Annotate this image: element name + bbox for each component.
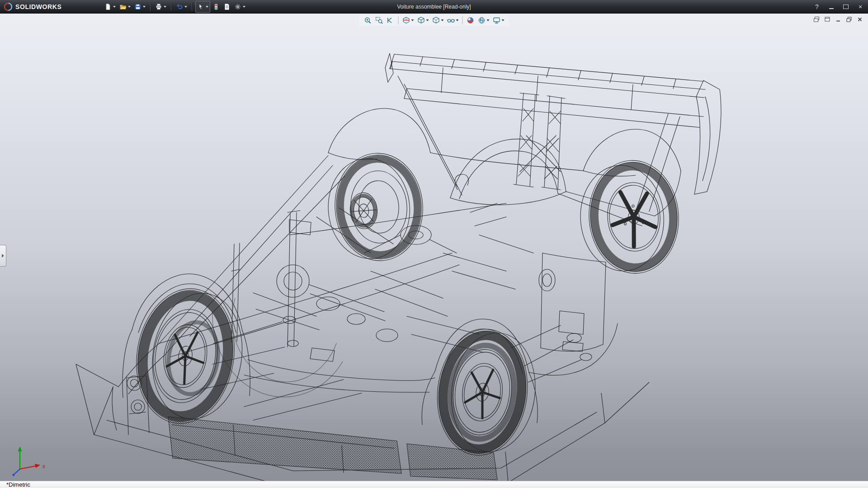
dassault-3ds-logo-icon — [4, 2, 13, 11]
close-button[interactable]: × — [856, 3, 864, 11]
chevron-down-icon — [502, 19, 505, 21]
file-properties-icon — [223, 3, 231, 10]
chevron-down-icon — [184, 6, 187, 8]
wireframe-car-drawing — [0, 14, 868, 488]
zoom-to-fit-button[interactable] — [363, 16, 373, 25]
wheel-front-right — [325, 150, 426, 264]
magnifier-area-icon — [375, 16, 383, 24]
chevron-down-icon — [243, 6, 245, 8]
doc-restore-button[interactable] — [845, 15, 853, 23]
title-toolbar — [103, 1, 247, 13]
chevron-right-icon — [2, 254, 4, 258]
chevron-down-icon — [143, 6, 146, 8]
select-button[interactable] — [195, 1, 210, 13]
toolbar-separator — [462, 16, 463, 24]
help-button[interactable]: ? — [813, 3, 821, 11]
minimize-icon — [829, 8, 834, 9]
rebuild-traffic-light-icon — [212, 3, 220, 10]
chevron-down-icon — [411, 19, 414, 21]
brand-text: SOLIDWORKS — [15, 3, 61, 10]
section-view-button[interactable] — [401, 16, 415, 25]
title-bar: SOLIDWORKS — [0, 0, 868, 14]
scene-globe-icon — [478, 16, 486, 24]
solidworks-brand: SOLIDWORKS — [4, 2, 90, 11]
file-properties-button[interactable] — [222, 1, 232, 12]
maximize-icon — [843, 5, 849, 9]
chevron-down-icon — [113, 6, 116, 8]
save-button[interactable] — [133, 1, 147, 12]
wheel-rear-left — [430, 324, 542, 461]
chevron-down-icon — [441, 19, 444, 21]
restore-icon — [845, 16, 853, 23]
doc-windows-button[interactable] — [812, 15, 820, 23]
select-cursor-icon — [197, 3, 204, 10]
edit-appearance-button[interactable] — [466, 16, 476, 25]
toolbar-separator — [398, 16, 399, 24]
chevron-down-icon — [456, 19, 459, 21]
window-controls: ? × — [813, 0, 864, 14]
maximize-button[interactable] — [842, 3, 850, 11]
featuremanager-collapse-tab[interactable] — [0, 245, 6, 267]
suspension-drivetrain — [201, 208, 592, 389]
open-button[interactable] — [118, 1, 132, 12]
hide-show-items-button[interactable] — [446, 16, 460, 25]
undo-button[interactable] — [175, 1, 189, 12]
previous-view-arrow-icon — [387, 16, 395, 24]
display-style-cube-icon — [432, 16, 440, 24]
zoom-to-area-button[interactable] — [374, 16, 384, 25]
minimize-button[interactable] — [827, 3, 835, 11]
chassis-floor — [94, 380, 649, 486]
monitor-icon — [493, 16, 501, 24]
new-window-icon — [824, 16, 831, 23]
minimize-icon — [835, 16, 842, 23]
chevron-down-icon — [128, 6, 131, 8]
wheel-rear-right — [577, 157, 683, 277]
display-style-button[interactable] — [431, 16, 445, 25]
new-document-icon — [104, 3, 112, 10]
toolbar-separator — [171, 3, 171, 11]
undo-arrow-icon — [176, 3, 183, 10]
solidworks-app-window: { "title_bar": { "brand": "SOLIDWORKS", … — [0, 0, 868, 488]
graphics-viewport[interactable]: x *Dimetric — [0, 14, 868, 488]
document-title: Voiture assomblee [Read-only] — [397, 4, 471, 10]
chevron-down-icon — [487, 19, 490, 21]
print-icon — [155, 3, 162, 10]
view-orientation-button[interactable] — [416, 16, 430, 25]
rebuild-button[interactable] — [211, 1, 221, 12]
apply-scene-button[interactable] — [477, 16, 491, 25]
save-floppy-icon — [134, 3, 142, 10]
rear-wing — [385, 53, 721, 211]
options-button[interactable] — [233, 1, 247, 12]
orientation-triad: x — [8, 443, 58, 479]
eyeglasses-icon — [447, 16, 455, 24]
status-bar: *Dimetric — [0, 481, 868, 488]
windows-icon — [813, 16, 820, 23]
chevron-down-icon — [206, 6, 208, 8]
toolbar-separator — [150, 3, 151, 11]
print-button[interactable] — [154, 1, 168, 12]
doc-minimize-button[interactable] — [834, 15, 842, 23]
options-gear-icon — [234, 3, 241, 10]
open-folder-icon — [119, 3, 127, 10]
toolbar-separator — [192, 3, 192, 11]
triad-x-label: x — [42, 463, 45, 469]
doc-close-button[interactable] — [856, 15, 863, 23]
previous-view-button[interactable] — [386, 16, 396, 25]
new-document-button[interactable] — [103, 1, 117, 12]
view-cube-icon — [417, 16, 425, 24]
heads-up-view-toolbar — [359, 15, 509, 26]
close-icon — [856, 16, 863, 23]
appearance-ball-icon — [467, 16, 475, 24]
view-settings-button[interactable] — [492, 16, 505, 25]
section-cube-icon — [402, 16, 410, 24]
document-window-controls — [812, 15, 863, 23]
view-orientation-label: *Dimetric — [6, 481, 30, 488]
doc-new-window-button[interactable] — [823, 15, 831, 23]
chevron-down-icon — [164, 6, 166, 8]
magnifier-fit-icon — [364, 16, 372, 24]
chevron-down-icon — [426, 19, 429, 21]
